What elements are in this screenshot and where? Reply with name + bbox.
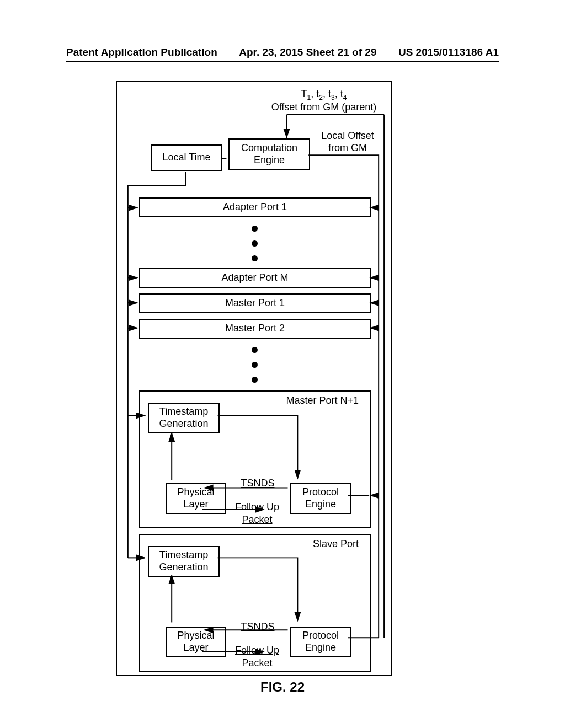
packet-label: Packet (230, 657, 285, 670)
tsnds-label: TSNDS (233, 621, 282, 633)
master-port-n1-title: Master Port N+1 (259, 395, 359, 407)
master-port-1: Master Port 1 (139, 293, 371, 313)
timestamps-t1t4: T1, t2, t3, t4 (301, 88, 347, 99)
timestamp-generation-box: Timestamp Generation (148, 546, 220, 577)
ellipsis-dot (252, 377, 258, 383)
computation-engine-box: Computation Engine (228, 138, 310, 170)
master-port-2: Master Port 2 (139, 319, 371, 339)
ellipsis-dot (252, 226, 258, 232)
ellipsis-dot (252, 255, 258, 261)
diagram-frame: T1, t2, t3, t4 Offset from GM (parent) L… (116, 81, 392, 676)
header-center: Apr. 23, 2015 Sheet 21 of 29 (239, 46, 376, 58)
offset-from-gm-parent: Offset from GM (parent) (271, 101, 377, 113)
protocol-engine-box: Protocol Engine (290, 627, 351, 657)
ellipsis-dot (252, 240, 258, 247)
packet-label: Packet (230, 514, 285, 526)
header-rule (66, 61, 499, 62)
physical-layer-box: Physical Layer (166, 627, 226, 657)
page-header: Patent Application Publication Apr. 23, … (0, 46, 565, 58)
local-time-box: Local Time (151, 144, 222, 171)
slave-port-title: Slave Port (281, 538, 359, 550)
timestamps-label: T1, t2, t3, t4 Offset from GM (parent) (260, 88, 387, 114)
adapter-port-1: Adapter Port 1 (139, 197, 371, 217)
adapter-port-m: Adapter Port M (139, 268, 371, 288)
header-left: Patent Application Publication (66, 46, 217, 58)
master-port-n1-container: Master Port N+1 Timestamp Generation Phy… (139, 390, 371, 528)
local-offset-label: Local Offset from GM (315, 130, 381, 154)
header-right: US 2015/0113186 A1 (398, 46, 499, 58)
timestamp-generation-box: Timestamp Generation (148, 403, 220, 433)
computation-engine-label: Computation Engine (230, 142, 309, 166)
protocol-engine-box: Protocol Engine (290, 483, 351, 514)
followup-label: Follow Up (230, 501, 285, 513)
followup-label: Follow Up (230, 645, 285, 657)
tsnds-label: TSNDS (233, 478, 282, 490)
physical-layer-box: Physical Layer (166, 483, 226, 514)
ellipsis-dot (252, 362, 258, 368)
figure-label: FIG. 22 (0, 679, 565, 695)
ellipsis-dot (252, 347, 258, 353)
slave-port-container: Slave Port Timestamp Generation Physical… (139, 534, 371, 672)
